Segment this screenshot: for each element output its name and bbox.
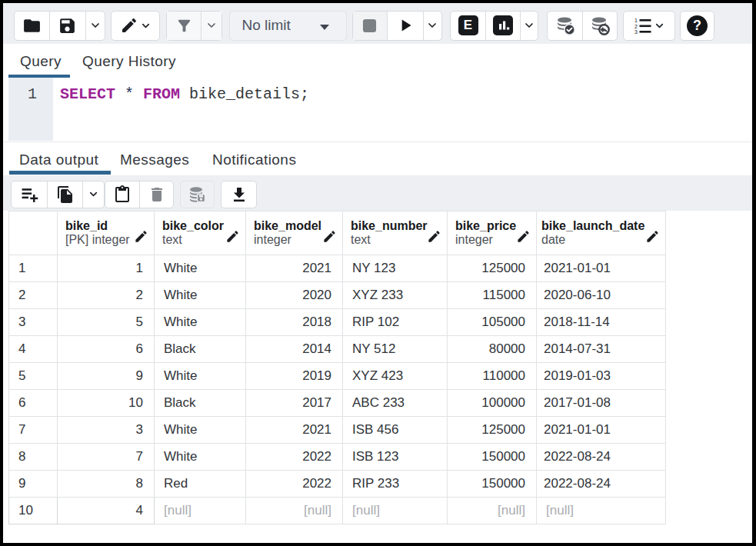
svg-text:1: 1 bbox=[634, 18, 638, 23]
svg-text:2: 2 bbox=[634, 24, 638, 29]
svg-text:3: 3 bbox=[634, 29, 638, 35]
